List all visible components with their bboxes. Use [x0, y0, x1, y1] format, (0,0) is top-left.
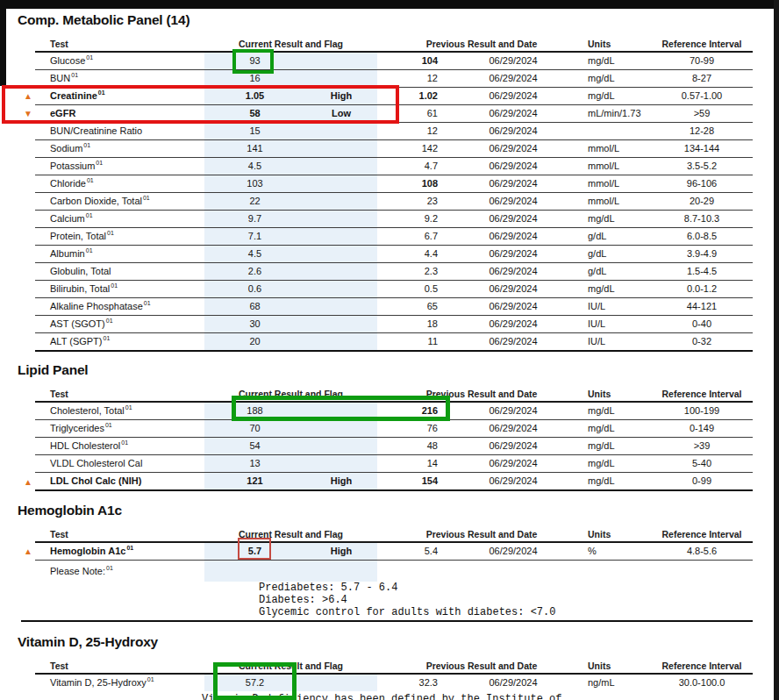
reference-interval-value: 100-199	[651, 403, 753, 419]
right-border-bar	[774, 0, 779, 700]
row-marker	[21, 246, 35, 263]
previous-result-date: 06/29/2024	[440, 333, 586, 350]
previous-result-value: 76	[401, 420, 440, 437]
row-cells: VLDL Cholesterol Cal131406/29/2024mg/dL5…	[35, 455, 753, 473]
reference-interval-value: 0-99	[651, 473, 753, 489]
table-header-row: TestCurrent Result and FlagPrevious Resu…	[21, 527, 753, 543]
test-name-label: ALT (SGPT)	[50, 336, 103, 346]
units-value: IU/L	[586, 333, 651, 350]
current-result-value: 13	[204, 455, 305, 472]
row-cells: Globulin, Total2.62.306/29/2024g/dL1.5-4…	[35, 263, 753, 281]
table-row: ▲LDL Chol Calc (NIH)121High15406/29/2024…	[21, 473, 753, 491]
note-line: Vitamin D deficiency has been defined by…	[202, 693, 753, 700]
reference-interval-value: 44-121	[651, 298, 753, 315]
previous-result-date: 06/29/2024	[440, 420, 586, 437]
table-header: TestCurrent Result and FlagPrevious Resu…	[35, 387, 753, 403]
table-row: Bilirubin, Total010.60.506/29/2024mg/dL0…	[21, 281, 753, 298]
current-result-value: 30	[204, 316, 305, 332]
current-result-value: 7.1	[204, 228, 305, 245]
result-flag	[305, 228, 377, 245]
test-name-label: Globulin, Total	[50, 266, 111, 276]
previous-result-value: 61	[401, 105, 440, 122]
row-marker: ▲	[21, 543, 35, 561]
flag-low-icon: ▼	[24, 110, 32, 118]
table-row: Albumin014.54.406/29/2024g/dL3.9-4.9	[21, 246, 753, 263]
row-marker	[21, 140, 35, 158]
previous-result-date: 06/29/2024	[440, 281, 586, 297]
test-name: BUN01	[35, 70, 204, 87]
column-header-test: Test	[35, 527, 204, 541]
test-name: Hemoglobin A1c01	[35, 543, 204, 560]
result-flag	[305, 175, 377, 192]
test-name-label: eGFR	[50, 108, 75, 118]
test-name-label: Sodium	[50, 143, 82, 154]
previous-result-value: 23	[401, 193, 440, 210]
result-flag	[305, 140, 377, 157]
row-marker	[21, 281, 35, 298]
table-row: Chloride0110310806/29/2024mmol/L96-106	[21, 175, 753, 193]
units-value: g/dL	[586, 263, 651, 280]
previous-result-date: 06/29/2024	[440, 543, 586, 560]
result-flag	[305, 455, 377, 472]
row-marker	[21, 158, 35, 175]
flag-high-icon: ▲	[24, 92, 32, 101]
current-result-value: 68	[204, 298, 305, 315]
footnote-marker: 01	[86, 212, 93, 218]
units-value: mg/dL	[586, 438, 651, 454]
test-name: BUN/Creatinine Ratio	[35, 123, 204, 139]
units-value: mmol/L	[586, 175, 651, 192]
previous-result-date: 06/29/2024	[440, 455, 586, 472]
reference-interval-value: 0-149	[651, 420, 753, 437]
reference-interval-value: 12-28	[651, 123, 753, 139]
result-flag	[305, 53, 377, 69]
column-header-units: Units	[586, 37, 651, 51]
test-name: Bilirubin, Total01	[35, 281, 204, 297]
header-marker-spacer	[21, 659, 35, 675]
result-flag	[305, 211, 377, 227]
table-row: Potassium014.54.706/29/2024mmol/L3.5-5.2	[21, 158, 753, 175]
footnote-marker: 01	[106, 318, 113, 324]
test-name-label: BUN/Creatinine Ratio	[50, 125, 142, 136]
table-header-row: TestCurrent Result and FlagPrevious Resu…	[21, 659, 753, 675]
footnote-marker: 01	[107, 230, 114, 236]
row-cells: eGFR58Low6106/29/2024mL/min/1.73>59	[35, 105, 753, 123]
row-cells: Please Note:01	[35, 561, 753, 582]
test-name: Creatinine01	[35, 88, 204, 104]
table-header-row: TestCurrent Result and FlagPrevious Resu…	[21, 37, 753, 53]
table-row: BUN01161206/29/2024mg/dL8-27	[21, 70, 753, 88]
result-flag	[305, 420, 377, 437]
current-result-value: 20	[204, 333, 305, 350]
row-cells: Hemoglobin A1c015.7High5.406/29/2024%4.8…	[35, 543, 753, 561]
column-header-units: Units	[586, 659, 651, 673]
test-name-label: Glucose	[50, 55, 85, 66]
current-result-value: 103	[204, 175, 305, 192]
test-name-label: Triglycerides	[50, 423, 104, 433]
table-row: Globulin, Total2.62.306/29/2024g/dL1.5-4…	[21, 263, 753, 281]
reference-interval-value: 3.5-5.2	[651, 158, 753, 175]
test-name-label: Albumin	[50, 248, 85, 259]
row-marker	[21, 70, 35, 88]
units-value: mg/dL	[586, 473, 651, 489]
table-row: AST (SGOT)01301806/29/2024IU/L0-40	[21, 316, 753, 333]
row-cells: Alkaline Phosphatase01686506/29/2024IU/L…	[35, 298, 753, 316]
reference-interval-value: 30.0-100.0	[651, 675, 753, 691]
panel-vitd: Vitamin D, 25-HydroxyTestCurrent Result …	[21, 633, 753, 700]
test-name-label: BUN	[50, 73, 70, 83]
units-value: ng/mL	[586, 675, 651, 691]
row-cells: BUN01161206/29/2024mg/dL8-27	[35, 70, 753, 88]
previous-result-value: 216	[401, 403, 440, 419]
row-marker	[21, 228, 35, 246]
previous-result-date: 06/29/2024	[440, 158, 586, 175]
flag-high-icon: ▲	[24, 547, 32, 556]
units-value: mg/dL	[586, 88, 651, 104]
flag-high-icon: ▲	[24, 478, 32, 487]
reference-interval-value: 96-106	[651, 175, 753, 192]
previous-result-date: 06/29/2024	[440, 211, 586, 227]
header-marker-spacer	[21, 37, 35, 53]
reference-interval-value: 0.0-1.2	[651, 281, 753, 297]
column-header-units: Units	[586, 527, 651, 541]
table-row: BUN/Creatinine Ratio151206/29/202412-28	[21, 123, 753, 140]
table-row: Calcium019.79.206/29/2024mg/dL8.7-10.3	[21, 211, 753, 228]
row-marker	[21, 53, 35, 70]
table-row: VLDL Cholesterol Cal131406/29/2024mg/dL5…	[21, 455, 753, 473]
